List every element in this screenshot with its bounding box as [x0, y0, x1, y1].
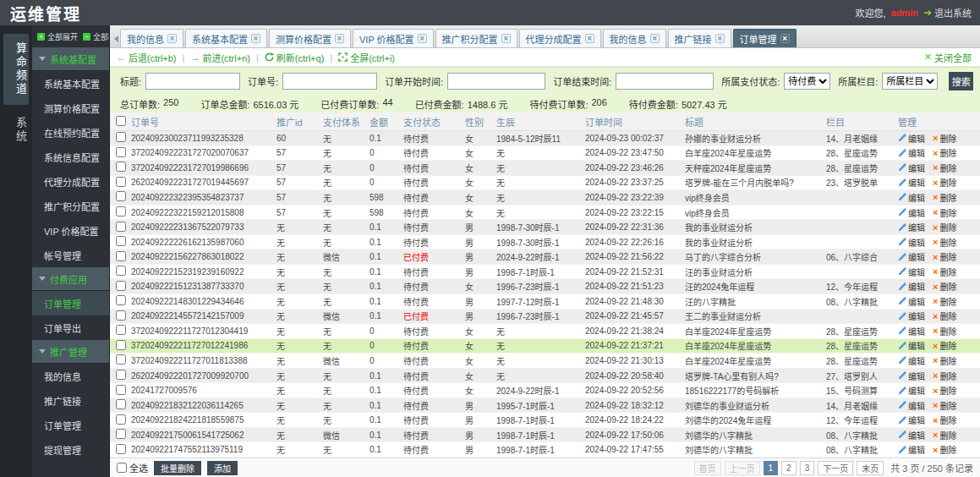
- sidebar-group-header[interactable]: 付费应用: [32, 267, 109, 291]
- page-number-button[interactable]: 3: [800, 461, 815, 475]
- start-time-filter-input[interactable]: [447, 73, 545, 90]
- sidebar-item[interactable]: 代理分成配置: [32, 169, 109, 194]
- back-button[interactable]: ← 后退(ctrl+b): [117, 51, 177, 64]
- edit-button[interactable]: 编辑: [898, 250, 925, 263]
- delete-button[interactable]: ×删除: [933, 370, 956, 382]
- sidebar-group-header[interactable]: 推广管理: [32, 340, 109, 364]
- edit-button[interactable]: 编辑: [898, 266, 925, 278]
- tab[interactable]: VIP 价格配置×: [353, 29, 434, 47]
- row-checkbox[interactable]: [116, 222, 126, 232]
- delete-button[interactable]: ×删除: [933, 266, 956, 278]
- edit-button[interactable]: 编辑: [898, 221, 925, 233]
- tab-close-icon[interactable]: ×: [501, 34, 511, 43]
- edit-button[interactable]: 编辑: [898, 191, 925, 204]
- delete-button[interactable]: ×删除: [933, 399, 956, 412]
- delete-button[interactable]: ×删除: [933, 339, 956, 352]
- category-select[interactable]: 所属栏目: [882, 73, 938, 90]
- row-checkbox[interactable]: [116, 266, 126, 276]
- tab-scroll-left[interactable]: [112, 30, 120, 47]
- edit-button[interactable]: 编辑: [898, 206, 925, 219]
- edit-button[interactable]: 编辑: [898, 414, 925, 426]
- sidebar-item[interactable]: 测算价格配置: [32, 96, 109, 120]
- row-checkbox[interactable]: [116, 177, 126, 187]
- edit-button[interactable]: 编辑: [898, 339, 925, 352]
- delete-button[interactable]: ×删除: [933, 295, 956, 308]
- sidebar-item[interactable]: VIP 价格配置: [32, 218, 109, 243]
- select-all-checkbox[interactable]: [117, 463, 127, 473]
- delete-button[interactable]: ×删除: [933, 176, 956, 189]
- row-checkbox[interactable]: [116, 251, 126, 261]
- sidebar-item[interactable]: 订单管理: [32, 291, 109, 315]
- tab[interactable]: 推广积分配置×: [435, 29, 517, 47]
- sidebar-item[interactable]: 推广链接: [32, 388, 109, 413]
- edit-button[interactable]: 编辑: [898, 236, 925, 249]
- edit-button[interactable]: 编辑: [898, 132, 925, 145]
- tab-close-icon[interactable]: ×: [167, 34, 177, 43]
- tab[interactable]: 测算价格配置×: [269, 29, 351, 47]
- add-button[interactable]: 添加: [207, 461, 238, 475]
- pay-status-select[interactable]: 待付费: [784, 73, 830, 90]
- fullscreen-button[interactable]: 全屏(ctrl+i): [338, 51, 395, 64]
- sidebar-group-header[interactable]: 系统基配置: [32, 47, 109, 71]
- delete-button[interactable]: ×删除: [933, 191, 956, 204]
- delete-button[interactable]: ×删除: [933, 429, 956, 441]
- last-page-button[interactable]: 末页: [857, 461, 884, 475]
- tab-close-icon[interactable]: ×: [650, 34, 660, 43]
- row-checkbox[interactable]: [116, 354, 126, 365]
- row-checkbox[interactable]: [116, 325, 126, 335]
- collapse-all-button[interactable]: − 全部收起: [83, 31, 110, 42]
- sidebar-item[interactable]: 系统信息配置: [32, 145, 109, 169]
- sidebar-item[interactable]: 推广积分配置: [32, 194, 109, 218]
- row-checkbox[interactable]: [116, 370, 126, 380]
- delete-button[interactable]: ×删除: [933, 414, 956, 426]
- tab[interactable]: 推广链接×: [668, 29, 731, 47]
- delete-button[interactable]: ×删除: [933, 146, 956, 159]
- delete-button[interactable]: ×删除: [933, 206, 956, 219]
- tab-close-icon[interactable]: ×: [780, 34, 790, 43]
- tab[interactable]: 代理分成配置×: [519, 29, 601, 47]
- search-button[interactable]: 搜索: [949, 72, 973, 90]
- tab[interactable]: 订单管理×: [733, 29, 797, 47]
- edit-button[interactable]: 编辑: [898, 295, 925, 308]
- rail-tab[interactable]: 系统: [3, 108, 29, 152]
- next-page-button[interactable]: 下一页: [818, 461, 853, 475]
- delete-button[interactable]: ×删除: [933, 354, 956, 367]
- delete-button[interactable]: ×删除: [933, 132, 956, 145]
- edit-button[interactable]: 编辑: [898, 399, 925, 412]
- row-checkbox[interactable]: [116, 414, 126, 425]
- header-select-checkbox[interactable]: [116, 116, 126, 126]
- edit-button[interactable]: 编辑: [898, 384, 925, 397]
- tab[interactable]: 系统基本配置×: [185, 29, 267, 47]
- edit-button[interactable]: 编辑: [898, 146, 925, 159]
- edit-button[interactable]: 编辑: [898, 443, 925, 456]
- tab-close-icon[interactable]: ×: [418, 34, 427, 43]
- logout-link[interactable]: ➜ 退出系统: [923, 6, 972, 19]
- row-checkbox[interactable]: [116, 132, 126, 142]
- tab-close-icon[interactable]: ×: [335, 34, 344, 43]
- row-checkbox[interactable]: [116, 444, 126, 454]
- page-number-button[interactable]: 2: [781, 461, 797, 475]
- forward-button[interactable]: → 前进(ctrl+n): [190, 51, 250, 64]
- edit-button[interactable]: 编辑: [898, 354, 925, 367]
- row-checkbox[interactable]: [116, 340, 126, 350]
- sidebar-item[interactable]: 我的信息: [32, 364, 109, 388]
- delete-button[interactable]: ×删除: [933, 325, 956, 337]
- edit-button[interactable]: 编辑: [898, 370, 925, 382]
- edit-button[interactable]: 编辑: [898, 162, 925, 174]
- row-checkbox[interactable]: [116, 310, 126, 321]
- close-all-tabs-button[interactable]: ✕ 关闭全部: [924, 51, 972, 64]
- sidebar-item[interactable]: 在线预约配置: [32, 120, 109, 145]
- sidebar-item[interactable]: 提现管理: [32, 437, 109, 462]
- delete-button[interactable]: ×删除: [933, 162, 956, 174]
- delete-button[interactable]: ×删除: [933, 221, 956, 233]
- row-checkbox[interactable]: [116, 191, 126, 201]
- row-checkbox[interactable]: [116, 281, 126, 291]
- title-filter-input[interactable]: [145, 73, 240, 90]
- delete-button[interactable]: ×删除: [933, 310, 956, 322]
- sidebar-item[interactable]: 系统基本配置: [32, 71, 109, 96]
- tab[interactable]: 我的信息×: [120, 29, 183, 47]
- delete-button[interactable]: ×删除: [933, 443, 956, 456]
- rail-tab[interactable]: 算命频道: [3, 34, 29, 105]
- sidebar-item[interactable]: 订单管理: [32, 413, 109, 437]
- row-checkbox[interactable]: [116, 236, 126, 246]
